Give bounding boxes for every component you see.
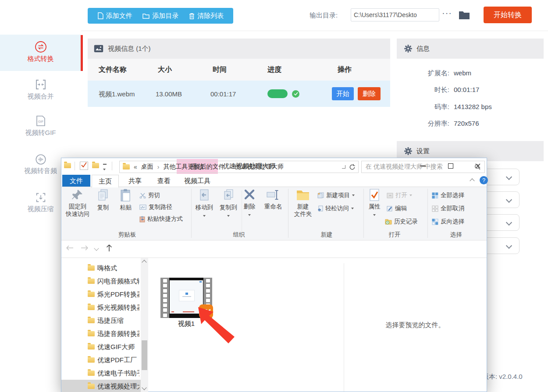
scrollbar-thumb[interactable]: [142, 340, 147, 370]
video-frame-preview: [170, 280, 203, 314]
breadcrumb-current-folder[interactable]: 优速视频处理大师: [235, 163, 284, 171]
explorer-window[interactable]: 播放 优速视频处理大师 文件 主页 共享 查看 视频工具 ? 固定到快速访问 复…: [61, 158, 487, 392]
row-delete-button[interactable]: 删除: [358, 87, 381, 100]
info-value: webm: [454, 69, 471, 77]
crumb-separator: ›: [157, 163, 160, 170]
history-icon: [385, 219, 392, 225]
search-box[interactable]: 在 优速视频处理大师 中搜索: [361, 161, 485, 173]
address-bar[interactable]: « 桌面 › 其他工具更换后的文件 › 优速视频处理大师: [119, 161, 359, 173]
paste-shortcut-icon: [139, 216, 145, 222]
move-to-button[interactable]: 移动到: [193, 189, 216, 219]
cut-button[interactable]: 剪切: [139, 191, 160, 199]
back-icon[interactable]: [66, 245, 74, 251]
help-button[interactable]: ?: [480, 176, 488, 184]
delete-button[interactable]: 删除: [239, 189, 260, 218]
tree-item[interactable]: 烁光视频转换器: [61, 301, 141, 314]
chevron-down-icon: [506, 174, 512, 180]
video-file-label[interactable]: 视频1: [160, 320, 212, 328]
trash-icon: [189, 13, 195, 19]
breadcrumb-desktop[interactable]: 桌面: [141, 163, 153, 171]
forward-icon[interactable]: [81, 245, 89, 251]
copy-button[interactable]: 复制: [93, 189, 113, 211]
sidebar-item-video-to-gif[interactable]: GIF 视频转GIF: [0, 114, 81, 137]
tree-item[interactable]: 优速GIF大师: [61, 340, 141, 353]
chevron-down-icon: [506, 243, 512, 249]
search-icon[interactable]: [474, 164, 480, 170]
divider: [75, 162, 75, 170]
tree-item[interactable]: 优速PDF工厂: [61, 353, 141, 367]
browse-more-button[interactable]: ···: [442, 8, 452, 18]
group-label-select: 选择: [425, 231, 487, 239]
checkbox-icon[interactable]: [80, 162, 88, 170]
tree-scrollbar[interactable]: [141, 258, 148, 392]
scroll-down-icon[interactable]: [142, 385, 146, 390]
folder-icon[interactable]: [64, 163, 71, 168]
tab-file[interactable]: 文件: [62, 175, 90, 187]
properties-button[interactable]: 属性: [365, 189, 384, 218]
tree-item[interactable]: 闪电音频格式转换: [61, 275, 141, 288]
folder-icon: [123, 164, 130, 170]
edit-button[interactable]: 编辑: [387, 205, 407, 212]
refresh-icon[interactable]: [349, 164, 356, 170]
start-convert-button[interactable]: 开始转换: [484, 7, 532, 23]
properties-icon: [369, 189, 380, 201]
active-indicator: [81, 35, 83, 71]
up-icon[interactable]: [106, 244, 112, 252]
open-button[interactable]: 打开: [387, 191, 412, 199]
copy-to-button[interactable]: 复制到: [217, 189, 240, 219]
open-folder-icon[interactable]: [458, 10, 470, 20]
sidebar-item-video-merge[interactable]: 视频合并: [0, 78, 81, 101]
sidebar-item-format-convert[interactable]: 格式转换: [0, 35, 81, 71]
easy-access-button[interactable]: 轻松访问: [317, 205, 354, 212]
address-dropdown-icon[interactable]: [342, 165, 345, 169]
row-start-button[interactable]: 开始: [332, 87, 354, 100]
copy-path-button[interactable]: 复制路径: [139, 203, 172, 211]
qat-dropdown-icon[interactable]: [103, 164, 107, 172]
rename-button[interactable]: 重命名: [261, 189, 285, 210]
tree-item[interactable]: 迅捷压缩: [61, 314, 141, 327]
svg-text:GIF: GIF: [38, 120, 43, 124]
output-dir-input[interactable]: [351, 8, 439, 21]
tree-item-selected[interactable]: 优速视频处理大师: [61, 380, 141, 392]
col-actions: 操作: [338, 59, 352, 81]
invert-selection-button[interactable]: 反向选择: [432, 218, 464, 226]
clear-list-button[interactable]: 清除列表: [189, 12, 224, 20]
select-none-button[interactable]: 全部取消: [432, 205, 464, 212]
delete-x-icon: [244, 189, 255, 201]
file-name: 视频1.webm: [99, 81, 136, 107]
paste-button[interactable]: 粘贴: [116, 189, 136, 211]
col-progress: 进度: [267, 59, 281, 81]
video-file-thumbnail[interactable]: [160, 278, 212, 318]
add-file-button[interactable]: 添加文件: [97, 12, 132, 20]
table-row[interactable]: 视频1.webm 13.00MB 00:01:17 开始 删除: [88, 81, 390, 107]
divider: [288, 189, 288, 238]
tab-share[interactable]: 共享: [122, 175, 148, 187]
tree-item[interactable]: 优速电子书助手: [61, 367, 141, 380]
format-convert-icon: [34, 40, 47, 55]
version-text: 版本: v2.0.4.0: [482, 373, 523, 381]
add-directory-button[interactable]: 添加目录: [142, 12, 178, 20]
folder-icon[interactable]: [92, 163, 99, 168]
scroll-up-icon[interactable]: [142, 260, 146, 265]
paste-shortcut-button[interactable]: 粘贴快捷方式: [139, 215, 183, 223]
tab-home[interactable]: 主页: [92, 175, 119, 187]
tree-item[interactable]: 迅捷音频转换器: [61, 327, 141, 340]
new-folder-button[interactable]: 新建文件夹: [291, 189, 315, 218]
edit-icon: [387, 205, 393, 212]
copy-path-icon: [139, 205, 146, 210]
info-label: 码率:: [434, 103, 449, 111]
collapse-ribbon-icon[interactable]: [470, 178, 474, 183]
copy-to-icon: [222, 189, 235, 202]
pin-quick-access-button[interactable]: 固定到快速访问: [65, 189, 90, 218]
output-dir-label: 输出目录:: [310, 11, 338, 20]
new-item-icon: [317, 192, 324, 198]
tree-item[interactable]: 嗨格式: [61, 261, 141, 275]
new-item-button[interactable]: 新建项目: [317, 191, 355, 199]
tab-view[interactable]: 查看: [151, 175, 177, 187]
tree-item[interactable]: 烁光PDF转换器: [61, 288, 141, 301]
tab-video-tools[interactable]: 视频工具: [178, 175, 216, 187]
select-all-button[interactable]: 全部选择: [432, 191, 464, 199]
breadcrumb-parent-folder[interactable]: 其他工具更换后的文件: [163, 163, 224, 171]
history-button[interactable]: 历史记录: [385, 218, 418, 226]
chevron-down-icon: [506, 197, 512, 203]
